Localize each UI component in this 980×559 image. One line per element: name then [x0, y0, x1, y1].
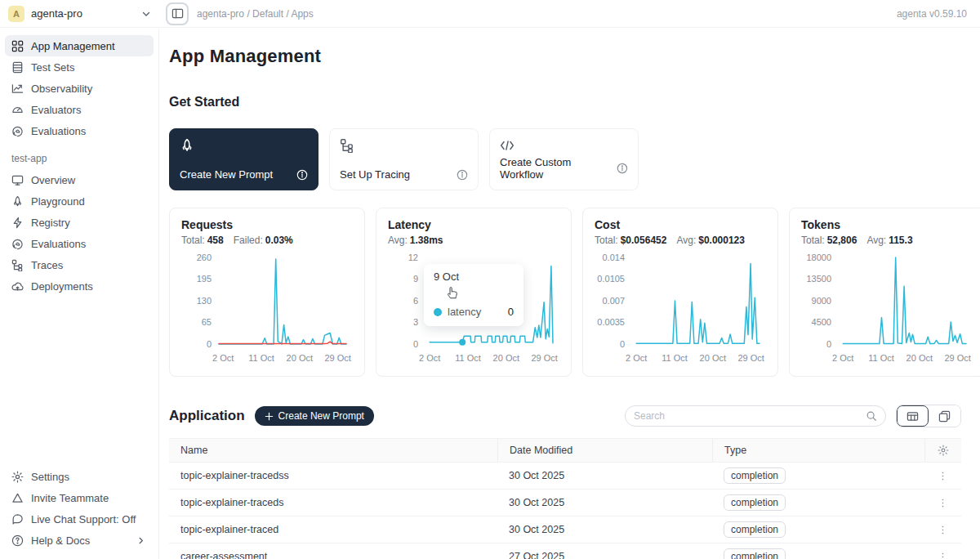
create-new-prompt-card[interactable]: Create New Prompt	[169, 128, 318, 190]
column-header-type[interactable]: Type	[712, 439, 924, 462]
svg-text:20 Oct: 20 Oct	[493, 353, 519, 363]
chart-stat: Total:458	[181, 235, 224, 246]
svg-text:0: 0	[620, 339, 625, 349]
cost-chart[interactable]: 00.00350.0070.01050.0142 Oct11 Oct20 Oct…	[595, 249, 766, 370]
requests-chart-card: Requests Total:458Failed:0.03% 065130195…	[169, 208, 365, 377]
sidebar-item-label: Test Sets	[31, 61, 74, 74]
svg-text:9: 9	[413, 274, 418, 284]
workspace-selector[interactable]: A agenta-pro	[0, 6, 159, 22]
svg-text:130: 130	[197, 296, 212, 306]
chart-stats: Total:52,806Avg:115.3	[801, 235, 973, 246]
kebab-menu-icon	[938, 552, 948, 559]
search-icon[interactable]	[866, 410, 877, 422]
column-header-date-modified[interactable]: Date Modified	[497, 439, 712, 462]
sidebar-item-settings[interactable]: Settings	[5, 466, 154, 487]
app-name-cell[interactable]: topic-explainer-tracedss	[169, 470, 497, 481]
sidebar-item-app-management[interactable]: App Management	[5, 35, 154, 56]
date-modified-cell: 30 Oct 2025	[497, 497, 712, 508]
date-modified-cell: 30 Oct 2025	[497, 524, 712, 535]
row-actions-button[interactable]	[924, 552, 961, 559]
sidebar-section-test-app: test-app	[5, 141, 154, 169]
type-cell: completion	[712, 521, 924, 538]
type-badge: completion	[724, 521, 786, 538]
svg-text:11 Oct: 11 Oct	[248, 353, 274, 363]
svg-text:20 Oct: 20 Oct	[287, 353, 313, 363]
panel-left-icon	[172, 7, 184, 20]
sidebar-item-invite-teammate[interactable]: Invite Teammate	[5, 487, 154, 508]
table-view-button[interactable]	[897, 405, 929, 427]
info-icon[interactable]	[617, 163, 628, 174]
svg-text:11 Oct: 11 Oct	[868, 353, 894, 363]
series-dot	[434, 308, 442, 316]
rocket-icon	[180, 138, 194, 153]
svg-text:0.0035: 0.0035	[597, 317, 625, 327]
app-name-cell[interactable]: topic-explainer-traceds	[169, 497, 497, 508]
sidebar-item-evaluators[interactable]: Evaluators	[5, 99, 154, 120]
row-actions-button[interactable]	[924, 498, 961, 508]
svg-text:2 Oct: 2 Oct	[626, 353, 647, 363]
sidebar-item-deployments[interactable]: Deployments	[5, 275, 154, 297]
tokens-chart[interactable]: 04500900013500180002 Oct11 Oct20 Oct29 O…	[801, 249, 973, 370]
sidebar-item-evaluations-app[interactable]: Evaluations	[5, 233, 154, 254]
chart-stats: Total:458Failed:0.03%	[181, 235, 353, 246]
svg-text:0: 0	[413, 339, 418, 349]
create-custom-workflow-card[interactable]: Create Custom Workflow	[489, 128, 639, 190]
sidebar-item-label: Live Chat Support: Off	[31, 513, 136, 525]
info-icon[interactable]	[457, 169, 468, 181]
cost-chart-card: Cost Total:$0.056452Avg:$0.000123 00.003…	[582, 208, 778, 377]
svg-text:18000: 18000	[806, 253, 831, 262]
create-new-prompt-button[interactable]: Create New Prompt	[255, 406, 374, 426]
sidebar-item-help-docs[interactable]: Help & Docs	[5, 530, 154, 551]
svg-text:29 Oct: 29 Oct	[944, 353, 970, 363]
app-name-cell[interactable]: topic-explainer-traced	[169, 524, 497, 535]
sidebar-item-test-sets[interactable]: Test Sets	[5, 56, 154, 78]
gear-icon	[938, 445, 949, 456]
sidebar-item-registry[interactable]: Registry	[5, 212, 154, 233]
sidebar-item-overview[interactable]: Overview	[5, 169, 154, 190]
sidebar-item-label: Registry	[31, 217, 70, 229]
svg-text:0: 0	[826, 339, 831, 349]
table-row[interactable]: topic-explainer-traced30 Oct 2025complet…	[169, 517, 961, 543]
sidebar-item-label: Traces	[31, 259, 63, 271]
tooltip-date: 9 Oct	[434, 271, 514, 283]
search-input[interactable]	[634, 410, 859, 422]
card-view-button[interactable]	[929, 405, 960, 427]
svg-text:2 Oct: 2 Oct	[212, 353, 234, 363]
sidebar-item-observability[interactable]: Observability	[5, 78, 154, 99]
kebab-menu-icon	[938, 498, 948, 508]
table-row[interactable]: topic-explainer-tracedss30 Oct 2025compl…	[169, 463, 961, 490]
sidebar-toggle-button[interactable]	[166, 2, 189, 25]
sidebar-item-live-chat[interactable]: Live Chat Support: Off	[5, 508, 154, 530]
rocket-icon	[11, 195, 24, 208]
sidebar-item-label: Evaluations	[31, 125, 86, 137]
set-up-tracing-card[interactable]: Set Up Tracing	[329, 128, 479, 190]
requests-chart[interactable]: 0651301952602 Oct11 Oct20 Oct29 Oct	[181, 249, 353, 370]
sidebar-item-label: Overview	[31, 174, 75, 186]
column-settings[interactable]	[924, 439, 961, 462]
refresh-circle-icon	[11, 125, 24, 137]
chart-stat: Avg:$0.000123	[676, 235, 745, 246]
sidebar-item-label: Deployments	[31, 280, 93, 293]
sidebar-item-playground[interactable]: Playground	[5, 190, 154, 212]
table-row[interactable]: topic-explainer-traceds30 Oct 2025comple…	[169, 490, 961, 517]
card-label: Create Custom Workflow	[500, 156, 617, 181]
applications-table: Name Date Modified Type topic-explainer-…	[169, 438, 961, 559]
observability-icon	[11, 83, 24, 95]
type-cell: completion	[712, 494, 924, 511]
column-header-name[interactable]: Name	[169, 439, 497, 462]
get-started-cards: Create New Prompt Set Up Tracing Create …	[169, 128, 961, 190]
create-button-label: Create New Prompt	[278, 410, 364, 422]
table-row[interactable]: career-assessment27 Oct 2025completion	[169, 543, 961, 559]
sidebar-item-traces[interactable]: Traces	[5, 254, 154, 275]
topbar: A agenta-pro agenta-pro / Default / Apps…	[0, 0, 980, 28]
app-name-cell[interactable]: career-assessment	[169, 551, 497, 559]
row-actions-button[interactable]	[924, 471, 961, 481]
chart-stat: Avg:1.38ms	[388, 235, 443, 246]
breadcrumb[interactable]: agenta-pro / Default / Apps	[197, 8, 897, 20]
get-started-heading: Get Started	[169, 95, 961, 110]
row-actions-button[interactable]	[924, 525, 961, 535]
info-icon[interactable]	[296, 169, 308, 181]
svg-text:3: 3	[413, 317, 418, 327]
sidebar-item-evaluations[interactable]: Evaluations	[5, 120, 154, 141]
page-title: App Management	[169, 46, 961, 67]
